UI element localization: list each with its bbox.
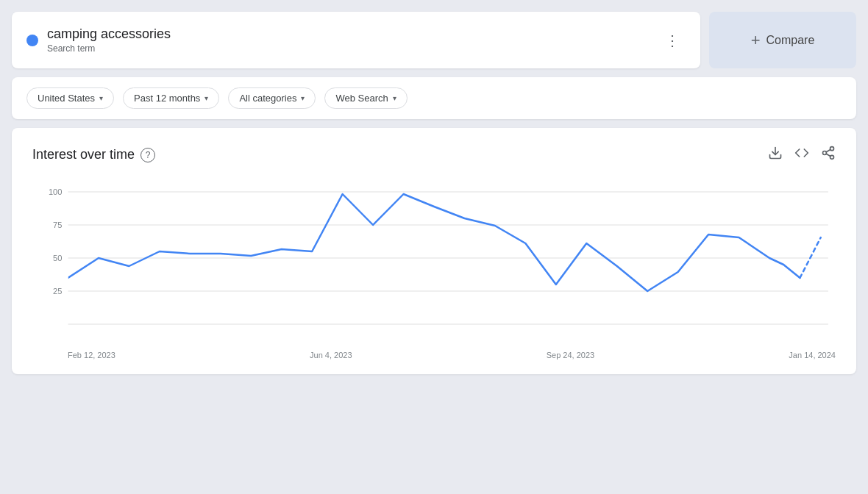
x-label-1: Feb 12, 2023 bbox=[68, 351, 115, 359]
category-filter-label: All categories bbox=[239, 93, 296, 104]
svg-rect-15 bbox=[68, 188, 828, 332]
share-icon[interactable] bbox=[821, 146, 836, 164]
more-options-icon[interactable]: ⋮ bbox=[659, 29, 686, 52]
chart-card: Interest over time ? bbox=[12, 128, 856, 374]
search-term-name: camping accessories bbox=[47, 26, 171, 42]
chart-actions bbox=[768, 146, 836, 164]
svg-text:50: 50 bbox=[53, 254, 62, 262]
category-filter[interactable]: All categories ▾ bbox=[228, 87, 316, 109]
chart-area: 100 75 50 25 bbox=[32, 185, 836, 346]
search-type-filter-label: Web Search bbox=[335, 93, 388, 104]
download-icon[interactable] bbox=[768, 146, 783, 164]
search-term-dot bbox=[26, 35, 38, 46]
search-term-text: camping accessories Search term bbox=[47, 26, 171, 54]
category-filter-chevron: ▾ bbox=[301, 94, 305, 102]
compare-label: Compare bbox=[766, 34, 815, 47]
chart-title: Interest over time bbox=[32, 147, 135, 162]
svg-line-4 bbox=[826, 154, 830, 156]
time-filter-label: Past 12 months bbox=[134, 93, 200, 104]
location-filter-label: United States bbox=[38, 93, 95, 104]
location-filter[interactable]: United States ▾ bbox=[26, 87, 114, 109]
trend-line bbox=[68, 194, 800, 291]
chart-title-area: Interest over time ? bbox=[32, 147, 155, 162]
help-icon[interactable]: ? bbox=[140, 148, 155, 162]
svg-text:75: 75 bbox=[53, 221, 62, 229]
filters-bar: United States ▾ Past 12 months ▾ All cat… bbox=[12, 77, 856, 119]
search-type-filter[interactable]: Web Search ▾ bbox=[324, 87, 407, 109]
svg-text:100: 100 bbox=[49, 187, 63, 196]
x-label-3: Sep 24, 2023 bbox=[547, 351, 594, 359]
x-axis-labels: Feb 12, 2023 Jun 4, 2023 Sep 24, 2023 Ja… bbox=[32, 346, 836, 359]
x-label-4: Jan 14, 2024 bbox=[789, 351, 836, 359]
search-type-filter-chevron: ▾ bbox=[393, 94, 396, 102]
chart-header: Interest over time ? bbox=[32, 146, 836, 164]
location-filter-chevron: ▾ bbox=[99, 94, 103, 102]
x-label-2: Jun 4, 2023 bbox=[310, 351, 352, 359]
chart-svg: 100 75 50 25 bbox=[32, 185, 836, 346]
search-term-card: camping accessories Search term ⋮ bbox=[12, 12, 700, 68]
svg-text:25: 25 bbox=[53, 287, 62, 296]
time-filter-chevron: ▾ bbox=[204, 94, 208, 102]
time-filter[interactable]: Past 12 months ▾ bbox=[123, 87, 219, 109]
compare-plus-icon: + bbox=[751, 31, 761, 50]
search-term-left: camping accessories Search term bbox=[26, 26, 171, 54]
svg-line-5 bbox=[826, 149, 830, 151]
search-term-type: Search term bbox=[47, 43, 95, 54]
embed-icon[interactable] bbox=[794, 146, 809, 164]
compare-card[interactable]: + Compare bbox=[709, 12, 856, 68]
